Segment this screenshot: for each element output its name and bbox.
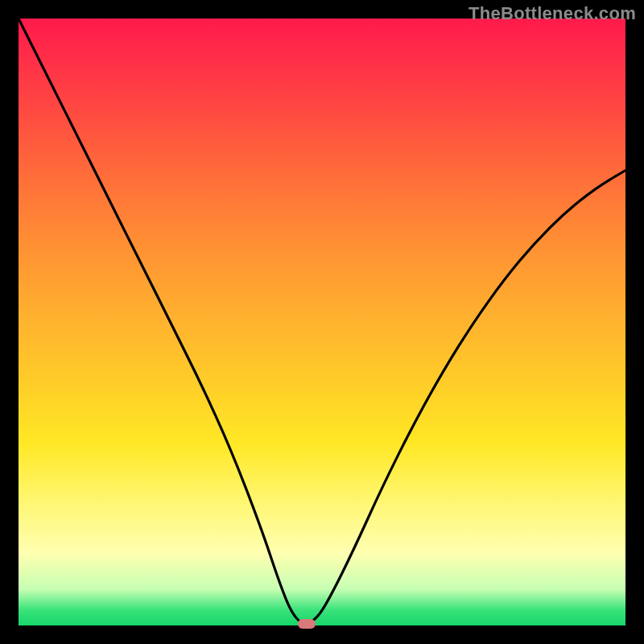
watermark-text: TheBottleneck.com [469, 3, 636, 24]
bottleneck-curve [19, 19, 625, 625]
minimum-marker [298, 619, 316, 629]
chart-frame: { "watermark": "TheBottleneck.com", "cha… [0, 0, 644, 644]
curve-path [19, 19, 625, 623]
plot-area [19, 19, 625, 625]
